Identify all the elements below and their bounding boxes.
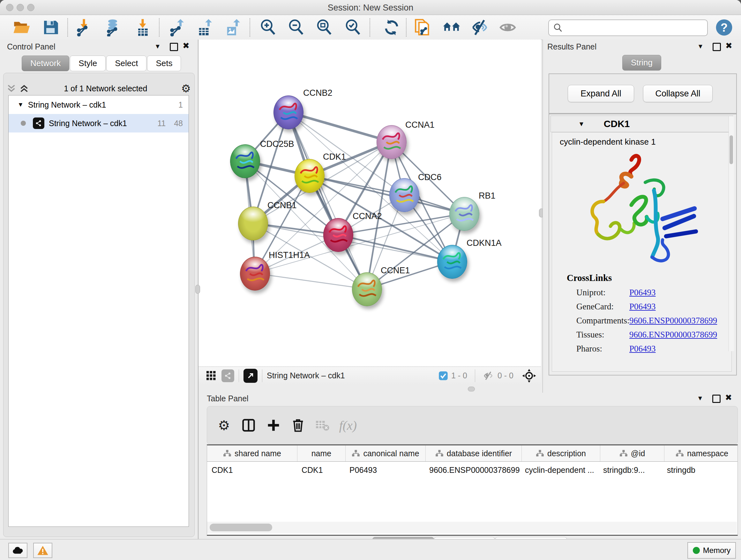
zoom-in-icon[interactable] [259,17,278,37]
tab-style[interactable]: Style [70,56,106,71]
network-share-view-icon[interactable] [221,369,234,382]
refresh-icon[interactable] [382,17,401,37]
show-columns-icon[interactable] [242,418,256,432]
expand-all-button[interactable]: Expand All [568,85,634,102]
results-scrollbar-thumb[interactable] [730,135,733,164]
delete-table-icon[interactable] [315,419,330,432]
table-options-gear-icon[interactable]: ⚙ [218,418,230,433]
table-row[interactable]: CDK1CDK1P064939606.ENSP00000378699cyclin… [207,462,738,478]
cell-description[interactable]: cyclin-dependent ... [521,462,599,478]
node-CDC25B[interactable] [230,144,260,178]
crosslink-link[interactable]: P06493 [629,302,656,312]
result-entry-header[interactable]: ▼ CDK1 [550,116,733,132]
panel-float-icon[interactable]: ▼ [154,43,161,50]
column-header-namespace[interactable]: namespace [664,445,738,461]
birdseye-view-icon[interactable] [244,369,258,383]
column-header-@id[interactable]: @id [600,445,664,461]
disclosure-triangle-icon[interactable]: ▼ [578,120,585,128]
edge-CCNB2-CCNA1[interactable] [288,112,391,142]
cell-namespace[interactable]: stringdb [663,462,738,478]
memory-button[interactable]: Memory [687,542,736,559]
delete-column-icon[interactable] [291,418,305,433]
results-scrollbar[interactable] [729,116,734,351]
help-icon[interactable]: ? [714,17,734,37]
network-options-gear-icon[interactable]: ⚙ [181,82,191,95]
collapse-all-icon[interactable] [6,84,17,93]
tab-sets[interactable]: Sets [147,56,181,71]
column-header-description[interactable]: description [522,445,600,461]
save-session-icon[interactable] [41,17,61,37]
panel-close-icon[interactable]: ✖ [725,393,732,402]
zoom-out-icon[interactable] [286,17,307,37]
open-session-icon[interactable] [11,17,31,37]
cell-@id[interactable]: stringdb:9... [599,462,663,478]
grid-view-icon[interactable] [205,370,217,381]
import-network-from-file-icon[interactable] [74,17,94,37]
add-column-icon[interactable] [266,418,280,432]
zoom-fit-icon[interactable] [315,17,334,37]
export-image-icon[interactable] [223,17,243,37]
search-box[interactable] [548,19,708,36]
node-CCNA2[interactable] [323,218,353,252]
cell-canonical-name[interactable]: P06493 [345,462,425,478]
node-HIST1H1A[interactable] [240,257,270,291]
export-network-icon[interactable] [167,17,187,37]
panel-maximize-icon[interactable] [170,43,178,51]
network-collection-row[interactable]: ▼ String Network – cdk1 1 [9,96,189,114]
node-CCNE1[interactable] [352,272,382,306]
node-CDK1[interactable] [294,159,325,193]
cloud-status-button[interactable] [8,543,27,558]
network-from-file-icon[interactable] [413,17,433,37]
zoom-selected-icon[interactable] [343,17,363,37]
tab-string[interactable]: String [622,55,661,71]
tab-network[interactable]: Network [22,56,69,71]
network-canvas[interactable]: CCNB2CCNA1CDC25BCDK1CDC6RB1CCNB1CCNA2CDK… [199,40,541,367]
hide-graphics-details-icon[interactable] [470,17,489,37]
panel-close-icon[interactable]: ✖ [183,41,190,51]
node-CCNA1[interactable] [377,125,407,159]
show-graphics-details-icon[interactable] [498,17,518,37]
crosslink-link[interactable]: 9606.ENSP00000378699 [629,330,717,340]
warning-status-button[interactable] [33,543,52,558]
cell-name[interactable]: CDK1 [297,462,345,478]
network-type-icon [33,118,44,129]
column-header-name[interactable]: name [297,445,346,461]
home-pages-icon[interactable] [442,17,461,37]
splitter-handle[interactable] [468,387,475,391]
table-horizontal-scrollbar[interactable] [207,522,737,533]
panel-maximize-icon[interactable] [712,395,721,403]
search-input[interactable] [566,21,707,35]
node-CCNB1[interactable] [238,206,268,240]
tab-select[interactable]: Select [106,56,146,71]
panel-maximize-icon[interactable] [713,43,721,51]
cell-database-identifier[interactable]: 9606.ENSP00000378699 [425,462,521,478]
disclosure-triangle-icon[interactable]: ▼ [17,101,23,108]
crosslink-link[interactable]: P06493 [629,344,656,354]
node-CDC6[interactable] [389,178,419,212]
node-CDKN1A[interactable] [437,245,467,279]
crosslink-label: Tissues: [576,330,629,340]
edge-HIST1H1A-CCNE1[interactable] [255,273,367,289]
column-header-canonical-name[interactable]: canonical name [346,445,426,461]
crosslink-link[interactable]: P06493 [629,288,656,298]
panel-close-icon[interactable]: ✖ [725,41,732,51]
table-scrollbar-thumb[interactable] [210,523,272,531]
crosshair-icon[interactable] [522,368,536,383]
column-header-shared-name[interactable]: shared name [207,445,297,461]
left-splitter-handle[interactable] [195,285,200,294]
crosslink-link[interactable]: 9606.ENSP00000378699 [629,316,717,326]
column-header-database-identifier[interactable]: database identifier [426,445,522,461]
network-row[interactable]: String Network – cdk1 11 48 [9,114,189,132]
node-CCNB2[interactable] [273,96,304,129]
node-RB1[interactable] [449,197,479,231]
panel-float-icon[interactable]: ▼ [697,395,703,402]
cell-shared-name[interactable]: CDK1 [207,462,297,478]
import-table-from-file-icon[interactable] [133,17,152,37]
panel-float-icon[interactable]: ▼ [697,43,704,50]
expand-all-icon[interactable] [19,84,30,93]
fx-function-icon[interactable]: f(x) [339,418,357,433]
export-table-icon[interactable] [195,17,215,37]
collapse-all-button[interactable]: Collapse All [643,85,713,102]
import-network-from-database-icon[interactable] [103,17,123,37]
edge-CCNB2-CCNE1[interactable] [288,112,367,289]
